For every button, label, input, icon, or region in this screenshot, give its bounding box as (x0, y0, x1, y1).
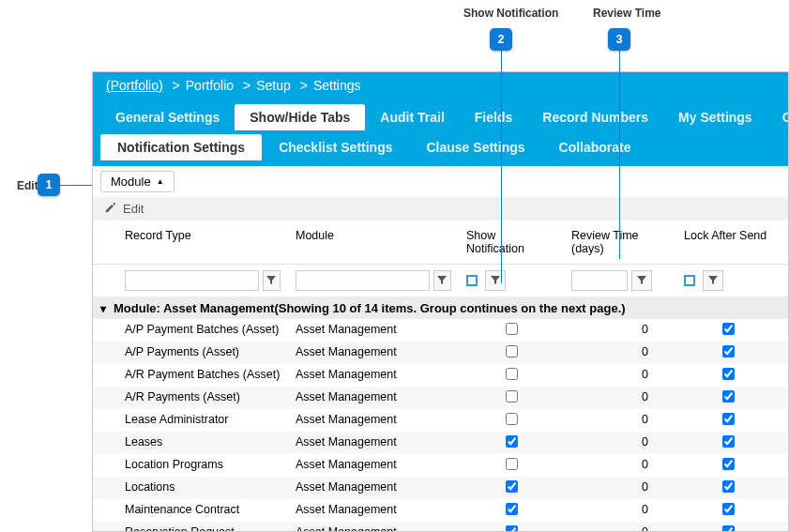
cell-notif-checkbox[interactable] (506, 480, 518, 493)
cell-module: Asset Management (288, 499, 459, 522)
cell-lock-checkbox[interactable] (722, 390, 735, 403)
tab-audit-trail[interactable]: Audit Trail (365, 104, 459, 130)
table-row[interactable]: A/P Payments (Asset)Asset Management0 (93, 342, 788, 364)
header-module[interactable]: Module (288, 226, 459, 258)
cell-lock-checkbox[interactable] (722, 503, 735, 515)
filter-icon[interactable] (703, 270, 723, 291)
secondary-tabs: Notification Settings Checklist Settings… (93, 130, 788, 166)
cell-review: 0 (564, 432, 676, 454)
filter-icon[interactable] (485, 270, 506, 291)
cell-record-type: Locations (117, 477, 288, 499)
breadcrumb-portfolio: Portfolio (186, 78, 234, 93)
cell-notif-checkbox[interactable] (506, 435, 518, 448)
cell-review: 0 (564, 342, 676, 364)
tab-general-settings[interactable]: General Settings (100, 104, 235, 130)
app-window: (Portfolio) >Portfolio >Setup >Settings … (92, 71, 789, 532)
table-row[interactable]: LeasesAsset Management0 (93, 432, 788, 454)
cell-lock-checkbox[interactable] (722, 413, 735, 425)
tab-my-settings[interactable]: My Settings (663, 104, 767, 130)
cell-lock-checkbox[interactable] (722, 480, 735, 493)
grid-header: Record Type Module Show Notification Rev… (93, 220, 788, 265)
cell-module: Asset Management (288, 319, 459, 342)
table-row[interactable]: A/P Payment Batches (Asset)Asset Managem… (93, 319, 788, 342)
table-row[interactable]: Maintenance ContractAsset Management0 (93, 499, 788, 522)
pencil-icon[interactable] (104, 201, 123, 217)
annotation-edit-label: Edit (17, 179, 38, 192)
table-row[interactable]: LocationsAsset Management0 (93, 477, 788, 499)
grid-body: A/P Payment Batches (Asset)Asset Managem… (93, 319, 788, 532)
cell-module: Asset Management (288, 522, 459, 532)
cell-notif-checkbox[interactable] (506, 458, 518, 470)
header-review-time[interactable]: Review Time (days) (564, 226, 676, 258)
breadcrumb-settings: Settings (313, 78, 361, 93)
breadcrumb-setup: Setup (256, 78, 291, 93)
group-by-chip[interactable]: Module ▲ (100, 171, 174, 192)
filter-icon[interactable] (263, 270, 281, 291)
cell-notif-checkbox[interactable] (506, 413, 518, 425)
tab-show-hide-tabs[interactable]: Show/Hide Tabs (235, 104, 365, 130)
cell-notif-checkbox[interactable] (506, 525, 518, 532)
cell-lock-checkbox[interactable] (722, 323, 735, 335)
table-row[interactable]: A/R Payment Batches (Asset)Asset Managem… (93, 364, 788, 387)
header-lock-after-send[interactable]: Lock After Send (676, 226, 780, 258)
tab-grids[interactable]: Grids & (767, 104, 789, 130)
table-row[interactable]: Reservation RequestAsset Management0 (93, 522, 788, 532)
cell-record-type: A/P Payment Batches (Asset) (117, 319, 288, 342)
cell-notif-checkbox[interactable] (506, 345, 518, 357)
breadcrumb: (Portfolio) >Portfolio >Setup >Settings (93, 72, 788, 99)
chevron-down-icon: ▾ (100, 302, 106, 315)
edit-button[interactable]: Edit (123, 202, 144, 216)
cell-record-type: Maintenance Contract (117, 499, 288, 522)
header-show-notification[interactable]: Show Notification (459, 226, 564, 258)
tab-fields[interactable]: Fields (460, 104, 527, 130)
cell-notif-checkbox[interactable] (506, 323, 518, 335)
edit-toolbar: Edit (93, 197, 788, 220)
cell-lock-checkbox[interactable] (722, 525, 735, 532)
cell-review: 0 (564, 387, 676, 409)
subtab-clause-settings[interactable]: Clause Settings (410, 134, 542, 160)
group-label: Module: Asset Management(Showing 10 of 1… (114, 301, 626, 315)
subtab-notification-settings[interactable]: Notification Settings (100, 134, 262, 160)
tab-record-numbers[interactable]: Record Numbers (527, 104, 663, 130)
breadcrumb-sep: > (237, 78, 256, 93)
header-record-type[interactable]: Record Type (117, 226, 288, 258)
filter-review[interactable] (571, 270, 628, 291)
cell-notif-checkbox[interactable] (506, 390, 518, 403)
annotation-notif-label: Show Notification (463, 7, 558, 20)
annotation-notif-bubble: 2 (490, 28, 512, 51)
annotation-notif-line (501, 51, 502, 283)
table-row[interactable]: Location ProgramsAsset Management0 (93, 454, 788, 477)
group-row[interactable]: ▾ Module: Asset Management(Showing 10 of… (93, 297, 788, 319)
filter-notif-checkbox[interactable] (466, 275, 478, 286)
cell-module: Asset Management (288, 342, 459, 364)
breadcrumb-sep: > (295, 78, 313, 93)
filter-icon[interactable] (433, 270, 451, 291)
cell-review: 0 (564, 409, 676, 432)
cell-lock-checkbox[interactable] (722, 458, 735, 470)
cell-module: Asset Management (288, 364, 459, 387)
subtab-collaborate[interactable]: Collaborate (542, 134, 648, 160)
breadcrumb-sep: > (167, 78, 186, 93)
filter-record-type[interactable] (125, 270, 259, 291)
subtab-checklist-settings[interactable]: Checklist Settings (262, 134, 409, 160)
cell-notif-checkbox[interactable] (506, 503, 518, 515)
cell-record-type: Lease Administrator (117, 409, 288, 432)
filter-icon[interactable] (631, 270, 652, 291)
cell-notif-checkbox[interactable] (506, 368, 518, 380)
annotation-edit-bubble: 1 (38, 174, 60, 196)
filter-lock-checkbox[interactable] (684, 275, 695, 286)
annotation-review-bubble: 3 (608, 28, 630, 51)
cell-review: 0 (564, 499, 676, 522)
filter-module[interactable] (296, 270, 430, 291)
cell-lock-checkbox[interactable] (722, 368, 735, 380)
cell-review: 0 (564, 522, 676, 532)
chevron-up-icon: ▲ (157, 177, 164, 186)
table-row[interactable]: A/R Payments (Asset)Asset Management0 (93, 387, 788, 409)
cell-record-type: A/R Payments (Asset) (117, 387, 288, 409)
cell-lock-checkbox[interactable] (722, 435, 735, 448)
cell-review: 0 (564, 364, 676, 387)
cell-module: Asset Management (288, 477, 459, 499)
cell-lock-checkbox[interactable] (722, 345, 735, 357)
breadcrumb-root[interactable]: (Portfolio) (106, 78, 163, 93)
table-row[interactable]: Lease AdministratorAsset Management0 (93, 409, 788, 432)
